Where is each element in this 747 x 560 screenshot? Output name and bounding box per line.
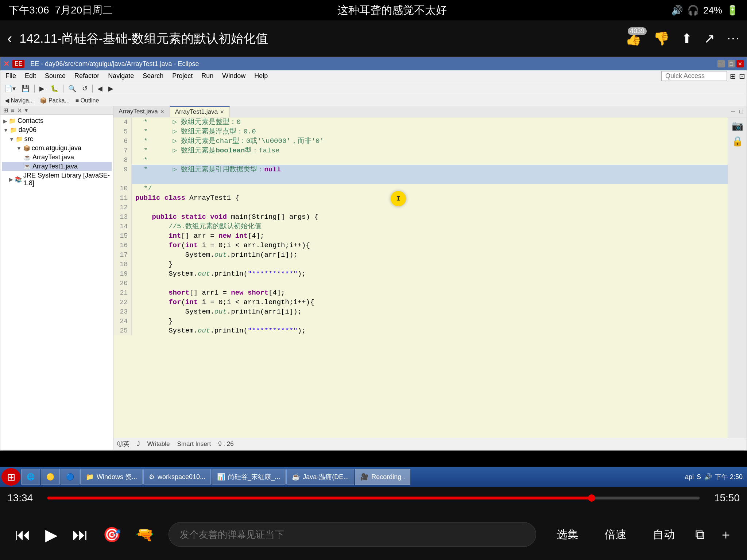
tree-arrow-jre: ▶: [9, 176, 13, 182]
line-num-19: 19: [113, 269, 132, 279]
line-num-15: 15: [113, 231, 132, 241]
menu-search[interactable]: Search: [139, 71, 167, 81]
code-line-7: 7 * ▷ 数组元素是boolean型：false: [113, 146, 747, 155]
progress-thumb[interactable]: [588, 494, 595, 502]
tree-arraytest1[interactable]: ☕ ArrayTest1.java: [2, 162, 112, 171]
tree-contacts[interactable]: ▶ 📁 Contacts: [2, 116, 112, 125]
bullet-icon[interactable]: 🔫: [136, 526, 154, 543]
menu-project[interactable]: Project: [169, 71, 196, 81]
code-line-4: 4 * ▷ 数组元素是整型：0: [113, 117, 747, 127]
taskbar-workspace[interactable]: ⚙ workspace010...: [143, 469, 211, 485]
editor-tab-arraytest[interactable]: ArrayTest.java ✕: [113, 106, 170, 117]
tab-close-2[interactable]: ✕: [220, 109, 224, 115]
toolbar-debug[interactable]: 🐛: [48, 83, 61, 94]
editor-maximize[interactable]: □: [737, 108, 745, 116]
menu-help[interactable]: Help: [251, 71, 271, 81]
line-content-8: *: [132, 155, 148, 165]
back-button[interactable]: ‹: [7, 30, 12, 47]
skip-back-button[interactable]: ⏮: [15, 525, 31, 544]
toolbar-back[interactable]: ◀: [95, 83, 105, 94]
dislike-button[interactable]: 👎: [653, 31, 670, 46]
toolbar-forward[interactable]: ▶: [106, 83, 116, 94]
editor-minimize[interactable]: ─: [729, 108, 737, 116]
menu-refactor[interactable]: Refactor: [71, 71, 103, 81]
line-content-25: System.out.println("**********");: [132, 326, 306, 335]
maximize-button[interactable]: □: [728, 60, 735, 67]
menu-window[interactable]: Window: [218, 71, 249, 81]
code-line-5: 5 * ▷ 数组元素是浮点型：0.0: [113, 127, 747, 136]
speed-button[interactable]: 倍速: [599, 524, 632, 545]
toolbar-search[interactable]: 🔍: [66, 83, 79, 94]
minimize-button[interactable]: ─: [717, 60, 725, 67]
eclipse-logo-text: EE: [12, 60, 24, 68]
eclipse-editor: ArrayTest.java ✕ ArrayTest1.java ✕ ─ □ 4…: [113, 106, 747, 450]
quick-access-input[interactable]: [661, 71, 727, 81]
comment-input[interactable]: [169, 522, 536, 547]
toolbar-new[interactable]: 📄▾: [2, 83, 18, 94]
perspective-btn[interactable]: ⊞: [730, 72, 736, 81]
fullscreen-button[interactable]: ＋: [719, 526, 732, 544]
more-button[interactable]: ⋯: [727, 31, 740, 46]
taskbar-java[interactable]: ☕ Java-温痛(DE...: [286, 469, 354, 485]
upload-button[interactable]: ⬆: [681, 31, 692, 46]
share-button[interactable]: ↗: [704, 31, 715, 46]
code-area[interactable]: 4 * ▷ 数组元素是整型：0 5 * ▷ 数组元素是浮点型：0.0 6 * ▷…: [113, 117, 747, 438]
lock-icon[interactable]: 🔒: [732, 136, 743, 147]
nav-back[interactable]: ◀ Naviga...: [2, 96, 37, 105]
tree-arraytest[interactable]: ☕ ArrayTest.java: [2, 153, 112, 162]
code-line-20: 20: [113, 279, 747, 288]
tab-close-1[interactable]: ✕: [160, 109, 165, 114]
screenshot-icon[interactable]: 📷: [732, 120, 743, 132]
start-button[interactable]: ⊞: [1, 468, 20, 486]
line-num-6: 6: [113, 136, 132, 146]
taskbar-recording[interactable]: 🎥 Recording .: [355, 469, 410, 485]
sidebar-icon1[interactable]: ⊞: [2, 106, 9, 114]
auto-button[interactable]: 自动: [647, 524, 681, 545]
progress-bar[interactable]: [47, 497, 700, 499]
line-content-22: for(int i = 0;i < arr1.length;i++){: [132, 298, 314, 307]
sidebar-icon2[interactable]: ≡: [9, 106, 16, 114]
sep2: [63, 85, 63, 93]
menu-file[interactable]: File: [2, 71, 20, 81]
taskbar-ie[interactable]: 🌐: [21, 469, 40, 485]
toolbar-run[interactable]: ▶: [37, 83, 47, 94]
menu-navigate[interactable]: Navigate: [104, 71, 138, 81]
line-num-13: 13: [113, 212, 132, 222]
recording-icon: 🎥: [360, 473, 368, 481]
select-button[interactable]: 选集: [551, 524, 584, 545]
danmaku-icon[interactable]: 🎯: [103, 526, 121, 543]
skip-forward-button[interactable]: ⏭: [72, 525, 88, 544]
battery-icon: 🔊: [671, 5, 683, 16]
tree-package[interactable]: ▼ 📦 com.atguigu.java: [2, 144, 112, 153]
play-button[interactable]: ▶: [45, 525, 58, 544]
toolbar-refresh[interactable]: ↺: [80, 83, 90, 94]
taskbar-label-java: Java-温痛(DE...: [303, 472, 349, 481]
sep1: [34, 85, 35, 93]
menu-source[interactable]: Source: [41, 71, 69, 81]
pip-button[interactable]: ⧉: [695, 527, 705, 542]
tree-jre[interactable]: ▶ 📚 JRE System Library [JavaSE-1.8]: [2, 171, 112, 188]
close-button[interactable]: ✕: [736, 60, 744, 67]
taskbar-windows-explorer[interactable]: 📁 Windows 资...: [80, 469, 143, 485]
taskbar-chrome1[interactable]: 🟡: [41, 469, 60, 485]
taskbar-ppt[interactable]: 📊 尚硅谷_宋红康_...: [212, 469, 286, 485]
windows-taskbar: ⊞ 🌐 🟡 🔵 📁 Windows 资... ⚙ workspace010...…: [0, 467, 747, 487]
tree-src[interactable]: ▼ 📁 src: [2, 135, 112, 144]
outline[interactable]: ≡ Outline: [73, 97, 102, 105]
taskbar-chrome2[interactable]: 🔵: [61, 469, 80, 485]
sidebar-icon4[interactable]: ▾: [23, 106, 29, 114]
java-icon1: ☕: [24, 154, 31, 161]
menu-edit[interactable]: Edit: [21, 71, 40, 81]
tree-day06[interactable]: ▼ 📁 day06: [2, 125, 112, 135]
sidebar-icon3[interactable]: ✕: [16, 106, 23, 114]
editor-tab-arraytest1[interactable]: ArrayTest1.java ✕: [170, 106, 230, 117]
taskbar-speaker: 🔊: [704, 473, 712, 481]
like-button[interactable]: 👍 4039: [625, 31, 642, 46]
menu-run[interactable]: Run: [198, 71, 217, 81]
tree-label-src: src: [24, 135, 33, 143]
toolbar-save[interactable]: 💾: [19, 83, 32, 94]
package-explorer[interactable]: 📦 Packa...: [37, 96, 73, 105]
line-content-12: [132, 203, 135, 212]
line-num-10: 10: [113, 184, 132, 193]
perspective-btn2[interactable]: ⊡: [739, 72, 745, 81]
